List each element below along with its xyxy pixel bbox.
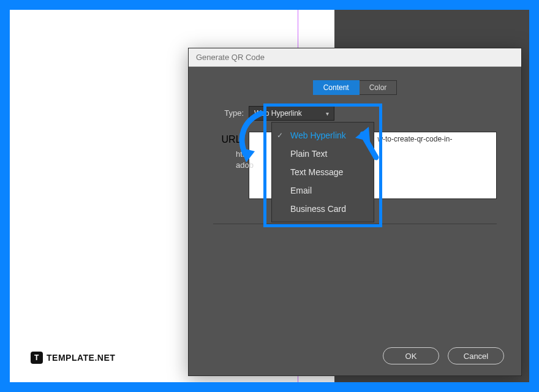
dialog-tabs: Content Color bbox=[189, 80, 521, 95]
tab-content[interactable]: Content bbox=[313, 80, 360, 95]
watermark: T TEMPLATE.NET bbox=[31, 352, 115, 364]
dropdown-item-label: Plain Text bbox=[290, 149, 327, 159]
dropdown-item-plain-text[interactable]: Plain Text bbox=[272, 145, 374, 163]
type-select-value: Web Hyperlink bbox=[254, 109, 302, 118]
type-field-row: Type: Web Hyperlink ▾ bbox=[213, 106, 497, 121]
dialog-title: Generate QR Code bbox=[196, 53, 265, 62]
chevron-down-icon: ▾ bbox=[326, 110, 329, 117]
dropdown-item-text-message[interactable]: Text Message bbox=[272, 163, 374, 181]
dropdown-item-label: Business Card bbox=[290, 204, 346, 214]
type-label: Type: bbox=[213, 106, 244, 118]
cancel-button[interactable]: Cancel bbox=[448, 347, 504, 364]
check-icon: ✓ bbox=[277, 131, 283, 140]
type-dropdown-list: ✓ Web Hyperlink Plain Text Text Message … bbox=[271, 122, 374, 222]
generate-qr-dialog: Generate QR Code Content Color Type: Web… bbox=[188, 48, 522, 376]
watermark-icon: T bbox=[31, 352, 43, 364]
ok-button[interactable]: OK bbox=[383, 347, 439, 364]
dropdown-item-email[interactable]: Email bbox=[272, 181, 374, 200]
watermark-label: TEMPLATE.NET bbox=[47, 353, 115, 363]
dropdown-item-label: Text Message bbox=[290, 167, 343, 177]
dropdown-item-label: Email bbox=[290, 186, 312, 195]
content-panel: Type: Web Hyperlink ▾ http adob URL: ✓ W… bbox=[213, 106, 497, 224]
canvas-frame: Generate QR Code Content Color Type: Web… bbox=[10, 10, 529, 382]
dialog-titlebar: Generate QR Code bbox=[189, 48, 521, 67]
dropdown-item-label: Web Hyperlink bbox=[290, 130, 346, 140]
dropdown-item-business-card[interactable]: Business Card bbox=[272, 200, 374, 218]
type-select[interactable]: Web Hyperlink ▾ bbox=[249, 106, 334, 121]
tab-color[interactable]: Color bbox=[360, 80, 398, 95]
dialog-buttons: OK Cancel bbox=[383, 347, 504, 364]
dropdown-item-web-hyperlink[interactable]: ✓ Web Hyperlink bbox=[272, 126, 374, 145]
divider bbox=[213, 224, 497, 224]
url-label: URL: bbox=[213, 132, 244, 145]
url-fragment-left: http adob bbox=[236, 149, 254, 170]
